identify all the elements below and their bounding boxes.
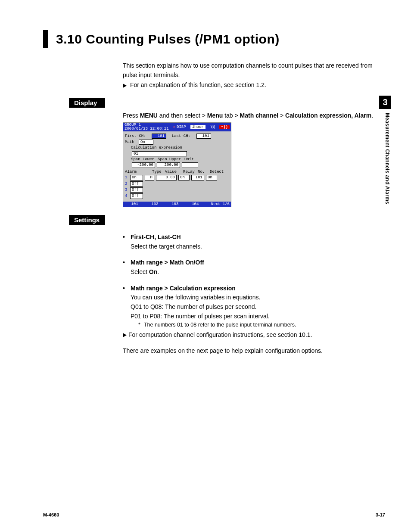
closing-note: There are examples on the next page to h… [123,346,385,356]
section-label-display: Display [69,98,105,108]
chapter-label: Measurement Channels and Alarms [384,113,390,204]
title-accent-bar [43,30,48,48]
footer-doc-id: M-4660 [43,512,59,517]
bullet-icon [123,258,131,268]
intro-paragraph: This section explains how to use computa… [123,61,385,80]
setting-heading: First-CH, Last-CH [131,233,181,242]
footer-page-number: 3-17 [376,512,385,517]
arrow-icon [123,84,127,88]
arrow-icon [123,333,127,337]
section-label-settings: Settings [69,215,105,225]
setting-heading: Math range > Math On/Off [131,258,204,268]
settings-list: First-CH, Last-CH Select the target chan… [123,233,385,340]
device-screenshot: GROUP 12008/01/23 22:08:11 ☼DISP 1hour •… [123,122,231,207]
intro-xref: For an explanation of this function, see… [130,81,266,88]
bullet-icon [123,284,131,293]
page-title: 3.10 Counting Pulses (/PM1 option) [56,30,280,48]
display-instruction: Press MENU and then select > Menu tab > … [123,111,385,121]
camera-icon [210,125,215,129]
footnote: The numbers 01 to 08 refer to the pulse … [138,321,385,329]
chapter-tab: 3 [379,96,391,109]
bullet-icon [123,233,131,242]
alert-icon: •)) [219,125,230,129]
disp-icon: ☼DISP [173,125,186,129]
setting-heading: Math range > Calculation expression [131,284,236,293]
